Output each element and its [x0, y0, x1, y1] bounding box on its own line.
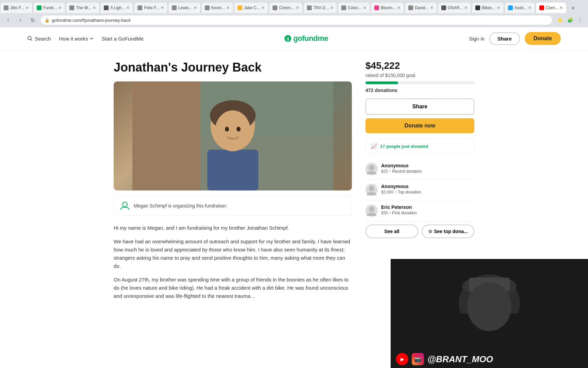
donor-meta-3: $50 • First donation: [381, 211, 417, 215]
tab-david[interactable]: David... ✕: [405, 2, 437, 13]
story-paragraph-1: Hi my name is Megan, and I am fundraisin…: [114, 224, 352, 232]
organizer-bar: Megan Schimpf is organizing this fundrai…: [114, 196, 352, 216]
svg-rect-8: [207, 150, 258, 190]
close-tab-felix[interactable]: ✕: [159, 5, 164, 10]
close-tab-coloc[interactable]: ✕: [362, 5, 366, 10]
tab-corn[interactable]: Corn... ✕: [536, 2, 567, 13]
close-tab-thew[interactable]: ✕: [91, 5, 96, 10]
tab-austin[interactable]: Austi... ✕: [504, 2, 536, 13]
menu-button[interactable]: ⋮: [576, 16, 585, 25]
tab-bloom[interactable]: Bloom... ✕: [371, 2, 404, 13]
svg-point-15: [369, 206, 374, 212]
address-bar[interactable]: 🔒 gofundme.com/f/jonathans-journey-back: [40, 15, 553, 25]
header-left: Search How it works Start a GoFundMe: [27, 36, 144, 42]
user-icon-1: [365, 163, 378, 175]
campaign-photo: [132, 81, 333, 190]
donor-amount-2: $3,000: [381, 190, 394, 195]
tab-cinem[interactable]: Cinem... ✕: [269, 2, 303, 13]
donor-name-1: Anonymous: [381, 163, 422, 168]
story-text: Hi my name is Megan, and I am fundraisin…: [114, 224, 352, 300]
see-top-donors-button[interactable]: ☆ See top dona...: [422, 225, 474, 238]
tab-jake[interactable]: Jake C... ✕: [234, 2, 268, 13]
main-donate-button[interactable]: Donate now: [365, 118, 474, 133]
logo-icon: g: [284, 35, 291, 42]
organizer-icon: [119, 200, 130, 211]
svg-point-9: [215, 110, 250, 151]
image-placeholder: [114, 81, 352, 190]
close-tab-kevin[interactable]: ✕: [225, 5, 230, 10]
bookmark-button[interactable]: ⭐: [555, 16, 564, 25]
campaign-image: [114, 81, 352, 190]
main-content: Jonathan's Journey Back: [100, 50, 488, 316]
how-it-works-button[interactable]: How it works: [59, 36, 94, 42]
donor-item-2: Anonymous $3,000 • Top donation: [365, 180, 474, 200]
svg-point-11: [236, 127, 241, 132]
header-share-button[interactable]: Share: [489, 32, 520, 45]
tab-thew[interactable]: The W... ✕: [66, 2, 100, 13]
donor-item-1: Anonymous $25 • Recent donation: [365, 159, 474, 180]
close-tab-austin[interactable]: ✕: [527, 5, 532, 10]
svg-point-12: [122, 202, 127, 207]
activity-text: 17 people just donated: [380, 144, 428, 149]
lock-icon: 🔒: [45, 18, 50, 22]
svg-line-1: [31, 40, 32, 41]
close-tab-bikes[interactable]: ✕: [495, 5, 500, 10]
tab-lewis[interactable]: Lewis... ✕: [168, 2, 201, 13]
browser-chrome: Jibs F... ✕ Fundr... ✕ The W... ✕ A Ligh…: [0, 0, 588, 27]
extensions-button[interactable]: 🧩: [566, 16, 574, 25]
site-header: Search How it works Start a GoFundMe g g…: [0, 27, 588, 50]
separator-3: •: [389, 211, 391, 215]
donor-amount-3: $50: [381, 211, 388, 215]
main-share-button[interactable]: Share: [365, 98, 474, 115]
header-right: Sign in Share Donate: [469, 32, 561, 45]
close-tab-corn[interactable]: ✕: [558, 5, 563, 10]
close-tab-alight[interactable]: ✕: [125, 5, 130, 10]
tab-felix[interactable]: Felix F... ✕: [134, 2, 168, 13]
back-button[interactable]: ‹: [3, 15, 13, 25]
search-button[interactable]: Search: [27, 36, 51, 42]
tab-jibs[interactable]: Jibs F... ✕: [0, 2, 33, 13]
close-tab-jake[interactable]: ✕: [260, 5, 265, 10]
reload-button[interactable]: ↻: [28, 15, 37, 25]
address-bar-row: ‹ › ↻ 🔒 gofundme.com/f/jonathans-journey…: [0, 13, 588, 27]
tab-gnar[interactable]: GNAR... ✕: [438, 2, 472, 13]
donor-meta-1: $25 • Recent donation: [381, 169, 422, 174]
close-tab-bloom[interactable]: ✕: [396, 5, 401, 10]
right-sidebar: $45,222 raised of $150,000 goal 472 dona…: [365, 60, 474, 306]
close-tab-cinem[interactable]: ✕: [294, 5, 299, 10]
close-tab-tra[interactable]: ✕: [329, 5, 333, 10]
user-icon-3: [365, 204, 378, 217]
see-all-button[interactable]: See all: [365, 225, 418, 238]
forward-button[interactable]: ›: [16, 15, 25, 25]
tab-fundme[interactable]: Fundr... ✕: [33, 2, 66, 13]
donor-avatar-3: [365, 204, 378, 217]
close-tab-gnar[interactable]: ✕: [463, 5, 468, 10]
start-gofundme-button[interactable]: Start a GoFundMe: [102, 36, 144, 42]
header-donate-button[interactable]: Donate: [525, 32, 561, 45]
activity-row: 📈 17 people just donated: [371, 143, 469, 150]
star-icon: ☆: [428, 229, 432, 234]
donor-name-2: Anonymous: [381, 184, 421, 189]
close-tab-fundme[interactable]: ✕: [57, 5, 62, 10]
donor-avatar-2: [365, 184, 378, 196]
left-column: Jonathan's Journey Back: [114, 60, 352, 306]
donor-meta-2: $3,000 • Top donation: [381, 190, 421, 195]
organizer-text: Megan Schimpf is organizing this fundrai…: [134, 203, 227, 209]
close-tab-david[interactable]: ✕: [429, 5, 434, 10]
story-paragraph-3: On August 27th, my brother was spending …: [114, 276, 352, 300]
address-text: gofundme.com/f/jonathans-journey-back: [52, 18, 548, 23]
donor-tag-3: First donation: [392, 211, 417, 215]
close-tab-lewis[interactable]: ✕: [192, 5, 197, 10]
donor-tag-1: Recent donation: [392, 169, 422, 174]
donations-count: 472 donations: [365, 88, 474, 93]
tab-alight[interactable]: A Ligh... ✕: [100, 2, 133, 13]
svg-point-10: [225, 127, 229, 132]
tab-coloc[interactable]: Coloc... ✕: [338, 2, 370, 13]
close-tab-jibs[interactable]: ✕: [24, 5, 29, 10]
sign-in-button[interactable]: Sign in: [469, 36, 485, 42]
progress-bar-background: [365, 81, 474, 84]
tab-bikes[interactable]: Bikes... ✕: [472, 2, 504, 13]
tab-tra[interactable]: TRA D... ✕: [303, 2, 337, 13]
tab-kevin[interactable]: Kevin... ✕: [201, 2, 233, 13]
new-tab-button[interactable]: +: [568, 3, 578, 13]
